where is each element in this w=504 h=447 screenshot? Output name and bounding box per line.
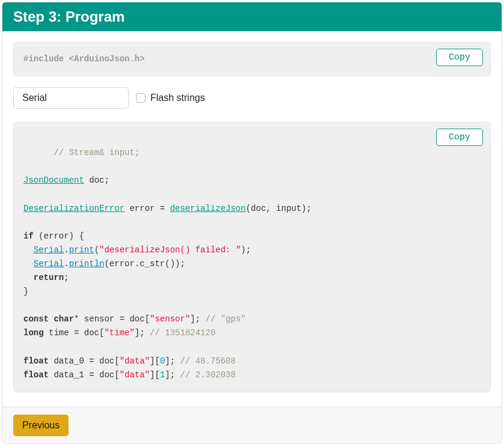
sensor-2: ]; [190,314,205,324]
str-data-0: "data" [120,356,150,366]
doc-decl: doc; [84,175,109,185]
previous-button[interactable]: Previous [13,415,69,436]
d0-2: ][ [150,356,160,366]
kw-if: if [23,231,34,241]
step-title: Step 3: Program [13,8,124,25]
link-println[interactable]: println [69,259,105,269]
kw-const: const [23,314,49,324]
time-1: time = doc[ [44,328,105,338]
input-mode-select[interactable] [13,87,129,109]
error-eq: error = [124,204,170,213]
controls-row: Flash strings [13,87,491,109]
card-body: Copy #include <ArduinoJson.h> Flash stri… [2,31,502,407]
time-2: ]; [135,328,150,338]
card-header: Step 3: Program [2,2,502,31]
str-time: "time" [104,328,134,338]
str-sensor: "sensor" [150,314,190,324]
println-args: (error.c_str()); [104,259,185,269]
print-open: ( [94,245,99,255]
dot1: . [64,245,69,255]
main-code-block: Copy// Stream& input; JsonDocument doc; … [13,122,491,392]
close-brace: } [23,287,28,296]
kw-return: return [34,273,64,282]
code-comment-input: // Stream& input; [54,148,140,157]
kw-long: long [23,328,44,338]
deser-args: (doc, input); [246,204,312,213]
cmt-gps: // "gps" [206,314,246,324]
include-directive: #include [23,54,64,64]
copy-button-include[interactable]: Copy [436,49,483,66]
sensor-1: * sensor = doc[ [74,314,150,324]
kw-char: char [54,314,74,324]
kw-float-1: float [23,356,49,366]
link-print[interactable]: print [69,245,94,255]
d0-1: data_0 = doc[ [49,356,120,366]
link-serial-2[interactable]: Serial [34,259,64,269]
link-deserializejson[interactable]: deserializeJson [170,204,246,213]
d1-1: data_1 = doc[ [49,370,120,380]
include-filename: <ArduinoJson.h> [64,54,144,64]
str-fail: "deserializeJson() failed: " [99,245,241,255]
d1-2: ][ [150,370,160,380]
link-serial-1[interactable]: Serial [34,245,64,255]
return-semi: ; [64,273,69,282]
cmt-d1: // 2.302038 [180,370,236,380]
card-footer: Previous [2,407,502,443]
flash-strings-label: Flash strings [150,93,205,103]
str-data-1: "data" [120,370,150,380]
kw-float-2: float [23,370,49,380]
cmt-time: // 1351824120 [150,328,215,338]
include-code-block: Copy #include <ArduinoJson.h> [13,42,491,76]
link-jsondocument[interactable]: JsonDocument [23,175,84,185]
d0-3: ]; [165,356,180,366]
step-card: Step 3: Program Copy #include <ArduinoJs… [2,2,502,444]
flash-strings-checkbox[interactable] [136,93,146,103]
print-close: ); [241,245,251,255]
cmt-d0: // 48.75608 [180,356,236,366]
link-deserializationerror[interactable]: DeserializationError [23,204,124,213]
dot2: . [64,259,69,269]
flash-strings-wrapper[interactable]: Flash strings [136,93,205,103]
copy-button-code[interactable]: Copy [436,129,483,146]
d1-3: ]; [165,370,180,380]
if-open: (error) { [34,231,84,241]
